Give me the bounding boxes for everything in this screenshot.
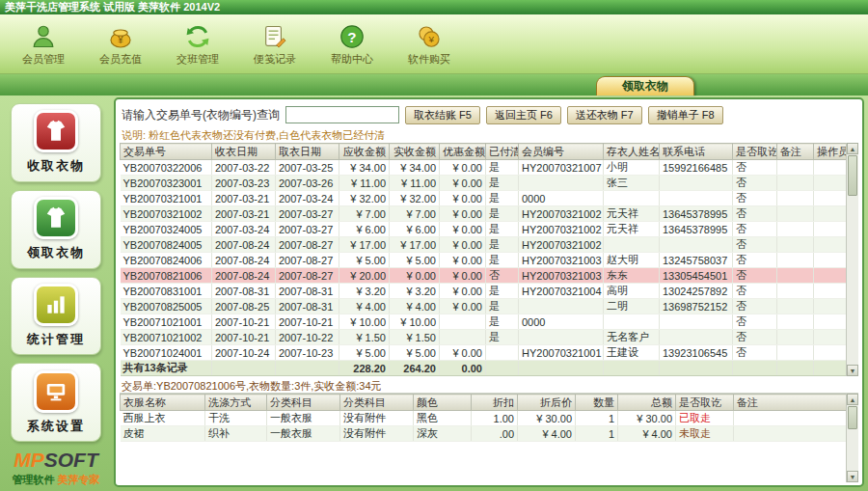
cell: 否 — [733, 191, 777, 206]
toolbar-notes[interactable]: 便笺记录 — [247, 22, 303, 67]
column-header[interactable]: 颜色 — [414, 395, 472, 411]
column-header[interactable]: 分类科目 — [267, 395, 340, 411]
sidebar-item-statistics[interactable]: 统计管理 — [11, 277, 101, 356]
checkout-button[interactable]: 取衣结账 F5 — [405, 106, 480, 124]
toolbar-help-center[interactable]: ? 帮助中心 — [324, 22, 380, 67]
table-row[interactable]: YB200708250052007-08-252007-08-31¥ 4.00¥… — [121, 299, 849, 314]
buy-icon: ¥ — [415, 22, 444, 51]
cell: 小明 — [604, 160, 660, 176]
scroll-thumb[interactable] — [848, 406, 857, 429]
cell: 共有13条记录 — [121, 361, 212, 376]
cell: ¥ 4.00 — [390, 299, 440, 314]
table-row[interactable]: YB200708310012007-08-312007-08-31¥ 3.20¥… — [121, 284, 849, 299]
column-header[interactable]: 会员编号 — [519, 144, 604, 160]
table-row[interactable]: YB200703230012007-03-232007-03-26¥ 11.00… — [121, 176, 849, 191]
cell: ¥ 20.00 — [339, 268, 390, 284]
column-header[interactable]: 实收金额 — [390, 144, 440, 160]
cell: 2007-03-23 — [212, 176, 276, 191]
search-input[interactable] — [285, 106, 399, 123]
cell: YB20070323001 — [121, 176, 212, 191]
tab-collect-clothes[interactable]: 领取衣物 — [596, 76, 694, 95]
sidebar-item-label: 领取衣物 — [27, 244, 85, 261]
cell: 13923106545 — [660, 345, 733, 361]
cell: YB20070824006 — [121, 253, 212, 268]
column-header[interactable]: 收衣日期 — [212, 144, 276, 160]
sidebar-item-receive-clothes[interactable]: 收取衣物 — [11, 103, 101, 182]
toolbar-member-management[interactable]: 会员管理 — [15, 22, 71, 67]
cell: 织补 — [205, 426, 267, 442]
column-header[interactable]: 取衣日期 — [276, 144, 339, 160]
table-row[interactable]: YB200703220062007-03-222007-03-25¥ 34.00… — [121, 160, 849, 176]
cell: 否 — [733, 345, 777, 361]
hint-text: 说明: 粉红色代表衣物还没有付费,白色代表衣物已经付清 — [120, 127, 858, 143]
scroll-up-icon[interactable]: ▲ — [847, 143, 858, 154]
table-row[interactable]: YB200710240012007-10-242007-10-23¥ 5.00¥… — [121, 345, 849, 361]
column-header[interactable]: 洗涤方式 — [205, 395, 267, 411]
cell — [814, 268, 849, 284]
column-header[interactable]: 应收金额 — [339, 144, 390, 160]
cell: HY20070321003 — [519, 268, 604, 284]
cell: ¥ 17.00 — [339, 237, 390, 253]
cell: 2007-08-27 — [276, 237, 339, 253]
sidebar-item-collect-clothes[interactable]: 领取衣物 — [11, 190, 101, 269]
column-header[interactable]: 联系电话 — [660, 144, 733, 160]
toolbar-buy-software[interactable]: ¥ 软件购买 — [401, 22, 457, 67]
table-row[interactable]: YB200708210062007-08-242007-08-27¥ 20.00… — [121, 268, 849, 284]
cell — [814, 299, 849, 314]
cell: 是 — [486, 222, 519, 237]
table-row[interactable]: YB200710210022007-10-212007-10-22¥ 1.50¥… — [121, 330, 849, 345]
cell — [519, 361, 604, 376]
table-row[interactable]: YB200710210012007-10-212007-10-21¥ 10.00… — [121, 314, 849, 330]
scroll-up-icon[interactable]: ▲ — [847, 394, 858, 405]
table-row[interactable]: YB200708240052007-08-242007-08-27¥ 17.00… — [121, 237, 849, 253]
column-header[interactable]: 备注 — [734, 395, 847, 411]
column-header[interactable]: 分类科目 — [340, 395, 414, 411]
table-row[interactable]: 西服上衣干洗一般衣服没有附件黑色1.00¥ 30.001¥ 30.00已取走 — [121, 411, 847, 426]
column-header[interactable]: 是否取讫 — [676, 395, 734, 411]
column-header[interactable]: 折扣 — [472, 395, 518, 411]
toolbar-member-recharge[interactable]: ¥ 会员充值 — [93, 22, 149, 67]
items-scrollbar[interactable]: ▲ ▼ — [846, 394, 858, 482]
cell: ¥ 32.00 — [339, 191, 390, 206]
cell: 0.00 — [440, 361, 486, 376]
sidebar-item-settings[interactable]: 系统设置 — [11, 363, 101, 442]
back-home-button[interactable]: 返回主页 F6 — [486, 106, 561, 124]
cell: ¥ 10.00 — [390, 314, 440, 330]
cancel-order-button[interactable]: 撤销单子 F8 — [648, 106, 723, 124]
table-row[interactable]: YB200703210022007-03-212007-03-27¥ 7.00¥… — [121, 206, 849, 222]
column-header[interactable]: 操作员 — [814, 144, 849, 160]
column-header[interactable]: 数量 — [576, 395, 618, 411]
scroll-down-icon[interactable]: ▼ — [847, 471, 858, 482]
cell: 13245758037 — [660, 253, 733, 268]
help-icon: ? — [338, 22, 366, 51]
cell: 13645378995 — [660, 222, 733, 237]
cell: 2007-03-21 — [212, 191, 276, 206]
cell: 高明 — [604, 284, 660, 299]
cell: 否 — [733, 253, 777, 268]
return-clothes-button[interactable]: 送还衣物 F7 — [567, 106, 642, 124]
scroll-down-icon[interactable]: ▼ — [847, 365, 858, 376]
transactions-scrollbar[interactable]: ▲ ▼ — [846, 143, 858, 376]
column-header[interactable]: 备注 — [777, 144, 814, 160]
column-header[interactable]: 是否取讫 — [733, 144, 777, 160]
cell: ¥ 0.00 — [440, 237, 486, 253]
toolbar-shift-management[interactable]: 交班管理 — [170, 22, 226, 67]
column-header[interactable]: 衣服名称 — [121, 395, 205, 411]
column-header[interactable]: 交易单号 — [121, 144, 212, 160]
search-row: 请输入交易单号(衣物编号)查询 取衣结账 F5 返回主页 F6 送还衣物 F7 … — [120, 102, 858, 127]
table-row[interactable]: 皮裙织补一般衣服没有附件深灰.00¥ 4.001¥ 4.00未取走 — [121, 426, 847, 442]
column-header[interactable]: 总额 — [618, 395, 676, 411]
cell: ¥ 6.00 — [390, 222, 440, 237]
cell — [777, 361, 814, 376]
cell: 否 — [733, 176, 777, 191]
cell: ¥ 3.20 — [339, 284, 390, 299]
table-row[interactable]: YB200703240052007-03-242007-03-27¥ 6.00¥… — [121, 222, 849, 237]
column-header[interactable]: 已付清 — [486, 144, 519, 160]
column-header[interactable]: 存衣人姓名 — [604, 144, 660, 160]
column-header[interactable]: 折后价 — [518, 395, 576, 411]
table-row[interactable]: YB200703210012007-03-212007-03-24¥ 32.00… — [121, 191, 849, 206]
scroll-thumb[interactable] — [848, 155, 857, 196]
column-header[interactable]: 优惠金额 — [440, 144, 486, 160]
table-row[interactable]: YB200708240062007-08-242007-08-27¥ 5.00¥… — [121, 253, 849, 268]
title-bar: 美萍干洗店管理系统 试用版 美萍软件 2014V2 — [0, 0, 868, 14]
